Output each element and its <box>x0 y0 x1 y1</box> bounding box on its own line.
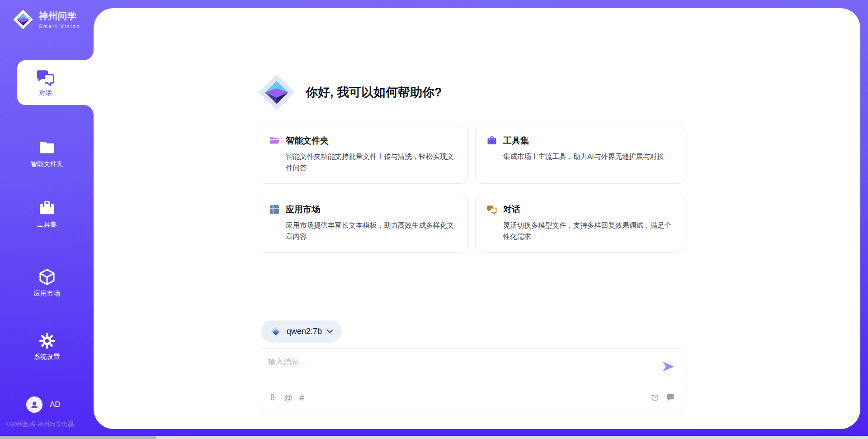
toolbox-icon <box>486 135 497 146</box>
sidebar-item-toolset[interactable]: 工具集 <box>0 199 94 229</box>
sidebar-item-label: 智能文件夹 <box>30 160 63 168</box>
model-diamond-icon <box>270 326 282 338</box>
sidebar: 神州问学 Smart Vision 对话 智能文件夹 工具集 应用市场 系统设置… <box>0 0 94 439</box>
composer-toolbar: @ # <box>268 391 675 404</box>
card-chat[interactable]: 对话 灵活切换多模型文件，支持多样回复效果调试，满足个性化需求 <box>475 194 685 253</box>
chat-icon <box>36 68 56 86</box>
card-description: 应用市场提供丰富长文本模板，助力高效生成多样化文章内容 <box>286 220 457 242</box>
grid-cube-icon <box>269 204 280 215</box>
attachment-icon[interactable] <box>268 393 277 402</box>
sidebar-item-label: 对话 <box>39 89 52 97</box>
folder-icon <box>38 138 56 157</box>
chevron-down-icon <box>327 329 333 334</box>
brand-diamond-icon <box>13 9 33 30</box>
card-toolset[interactable]: 工具集 集成市场上主流工具，助力AI与外界无缝扩展与对接 <box>475 125 685 184</box>
brand-logo: 神州问学 Smart Vision <box>13 9 80 30</box>
send-icon[interactable] <box>662 361 675 372</box>
person-icon <box>29 400 39 410</box>
card-description: 灵活切换多模型文件，支持多样回复效果调试，满足个性化需求 <box>503 220 674 242</box>
brand-diamond-icon <box>258 73 296 111</box>
card-title: 对话 <box>503 204 520 215</box>
greeting-title: 你好, 我可以如何帮助你? <box>306 84 442 100</box>
card-description: 集成市场上主流工具，助力AI与外界无缝扩展与对接 <box>503 151 674 162</box>
card-smart-folder[interactable]: 智能文件夹 智能文件夹功能支持批量文件上传与清洗，轻松实现文件问答 <box>258 125 468 184</box>
model-selector[interactable]: qwen2:7b <box>261 320 342 343</box>
brand-subtitle: Smart Vision <box>39 24 80 29</box>
toolbox-icon <box>38 199 56 217</box>
cube-icon <box>38 268 56 286</box>
user-name: AD <box>50 400 61 409</box>
main-content-panel: 你好, 我可以如何帮助你? 智能文件夹 智能文件夹功能支持批量文件上传与清洗，轻… <box>94 8 860 429</box>
gear-icon <box>38 332 56 349</box>
model-name: qwen2:7b <box>287 327 322 336</box>
card-title: 智能文件夹 <box>286 135 329 147</box>
topic-icon[interactable]: # <box>299 393 304 402</box>
sidebar-item-label: 工具集 <box>37 220 57 229</box>
message-input[interactable] <box>268 357 648 383</box>
feature-cards: 智能文件夹 智能文件夹功能支持批量文件上传与清洗，轻松实现文件问答 工具集 集成… <box>258 125 685 253</box>
sidebar-item-label: 应用市场 <box>34 289 60 298</box>
conversations-icon[interactable] <box>666 393 675 402</box>
brand-name: 神州问学 <box>39 10 80 22</box>
card-app-market[interactable]: 应用市场 应用市场提供丰富长文本模板，助力高效生成多样化文章内容 <box>258 194 468 253</box>
chat-icon <box>486 205 497 215</box>
avatar <box>26 396 42 413</box>
mention-icon[interactable]: @ <box>284 393 292 402</box>
sidebar-item-settings[interactable]: 系统设置 <box>0 332 94 361</box>
copyright-text: ©神州数码·神州问学出品 <box>6 420 74 429</box>
composer-divider <box>259 383 684 383</box>
card-description: 智能文件夹功能支持批量文件上传与清洗，轻松实现文件问答 <box>286 151 457 173</box>
greeting-block: 你好, 我可以如何帮助你? <box>258 73 442 111</box>
user-profile[interactable]: AD <box>26 396 61 413</box>
message-composer: @ # <box>258 348 685 410</box>
horizontal-scrollbar[interactable] <box>0 436 868 439</box>
sidebar-item-app-market[interactable]: 应用市场 <box>0 268 94 298</box>
sidebar-item-chat[interactable]: 对话 <box>17 60 94 105</box>
scrollbar-thumb[interactable] <box>0 436 156 439</box>
folder-open-icon <box>269 135 280 146</box>
sidebar-item-smart-folder[interactable]: 智能文件夹 <box>0 138 94 168</box>
sidebar-item-label: 系统设置 <box>34 353 60 361</box>
card-title: 应用市场 <box>286 204 320 215</box>
history-icon[interactable] <box>651 393 660 402</box>
card-title: 工具集 <box>503 135 529 147</box>
